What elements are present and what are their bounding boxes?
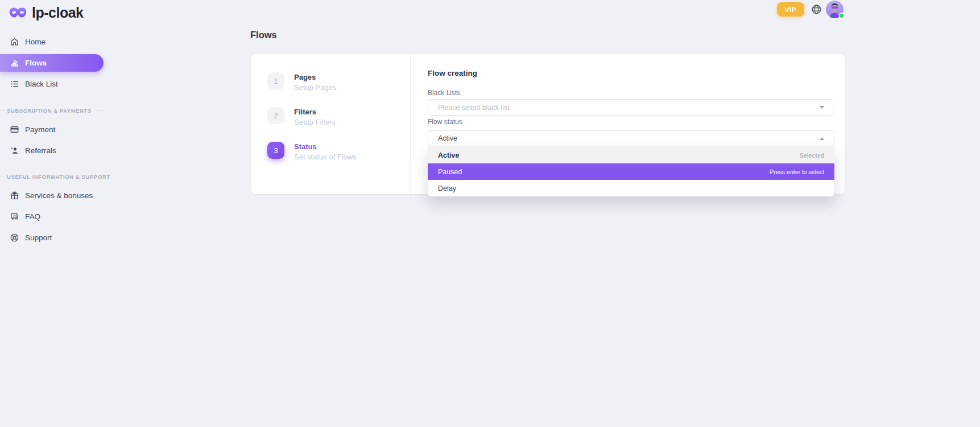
step-title: Status — [294, 142, 357, 151]
credit-card-icon — [10, 125, 19, 134]
sidebar: Home Flows Black List SUBSCRIPTION & PAY… — [0, 0, 104, 427]
flow-status-dropdown: Active Selected Paused Press enter to se… — [428, 147, 834, 196]
step-title: Filters — [294, 107, 336, 116]
sidebar-item-label: Referrals — [25, 146, 56, 155]
sidebar-item-services-bonuses[interactable]: Services & bonuses — [0, 187, 104, 204]
step-number-badge: 1 — [267, 72, 284, 89]
home-icon — [10, 38, 19, 46]
gift-icon — [10, 191, 19, 200]
vip-button[interactable]: VIP — [777, 2, 804, 17]
language-globe-icon[interactable] — [812, 5, 821, 14]
chevron-down-icon — [820, 106, 824, 109]
svg-text:?!: ?! — [13, 214, 16, 217]
step-title: Pages — [294, 72, 336, 81]
sidebar-item-label: Payment — [25, 125, 55, 134]
sidebar-item-referrals[interactable]: Referrals — [0, 142, 104, 159]
option-label: Active — [438, 151, 460, 159]
chevron-up-icon — [820, 137, 824, 140]
flow-status-value: Active — [438, 134, 820, 142]
sidebar-item-support[interactable]: Support — [0, 229, 104, 246]
sidebar-item-home[interactable]: Home — [0, 33, 104, 50]
section-label: USEFUL INFORMATION & SUPPORT — [7, 174, 110, 180]
sidebar-item-label: Home — [25, 38, 46, 46]
step-subtitle: Setup Filters — [294, 118, 336, 126]
vip-button-label: VIP — [785, 6, 796, 13]
sidebar-item-label: Services & bonuses — [25, 191, 93, 200]
step-subtitle: Setup Pages — [294, 83, 336, 92]
sidebar-item-flows[interactable]: Flows — [0, 54, 104, 72]
flows-stack-icon — [10, 59, 19, 67]
page-title: Flows — [250, 30, 277, 40]
sidebar-section-subscription: SUBSCRIPTION & PAYMENTS — [0, 107, 104, 114]
section-label: SUBSCRIPTION & PAYMENTS — [7, 108, 92, 114]
sidebar-item-black-list[interactable]: Black List — [0, 75, 104, 92]
step-number-badge: 3 — [267, 142, 284, 159]
user-avatar[interactable] — [826, 1, 843, 18]
sidebar-item-label: Black List — [25, 80, 58, 88]
sidebar-item-label: Flows — [25, 59, 47, 67]
sidebar-item-payment[interactable]: Payment — [0, 121, 104, 138]
black-lists-label: Black Lists — [428, 89, 460, 97]
option-paused[interactable]: Paused Press enter to select — [428, 163, 834, 180]
step-filters[interactable]: 2 Filters Setup Filters — [267, 107, 336, 126]
sidebar-section-support: USEFUL INFORMATION & SUPPORT — [0, 173, 104, 180]
card-divider — [410, 54, 411, 194]
step-status[interactable]: 3 Status Set status of Flows — [267, 142, 357, 161]
referrals-person-icon — [10, 146, 19, 155]
option-label: Paused — [438, 168, 462, 176]
sidebar-item-label: Support — [25, 233, 52, 242]
step-pages[interactable]: 1 Pages Setup Pages — [267, 72, 336, 92]
step-subtitle: Set status of Flows — [294, 153, 357, 161]
option-hint: Selected — [800, 152, 824, 159]
faq-bubble-icon: ?! — [10, 212, 19, 221]
option-active[interactable]: Active Selected — [428, 147, 834, 163]
flow-status-label: Flow status — [428, 118, 462, 126]
option-delay[interactable]: Delay — [428, 180, 834, 196]
online-status-dot — [838, 13, 845, 19]
sidebar-item-label: FAQ — [25, 212, 40, 221]
black-lists-input[interactable] — [438, 104, 820, 112]
form-title: Flow creating — [428, 69, 477, 77]
option-label: Delay — [438, 184, 456, 192]
flow-status-select[interactable]: Active — [428, 130, 834, 146]
lifebuoy-icon — [10, 233, 19, 242]
option-hint: Press enter to select — [770, 169, 824, 175]
step-number-badge: 2 — [267, 107, 284, 124]
black-list-icon — [10, 80, 19, 88]
black-lists-select[interactable] — [428, 99, 834, 116]
sidebar-item-faq[interactable]: ?! FAQ — [0, 208, 104, 225]
